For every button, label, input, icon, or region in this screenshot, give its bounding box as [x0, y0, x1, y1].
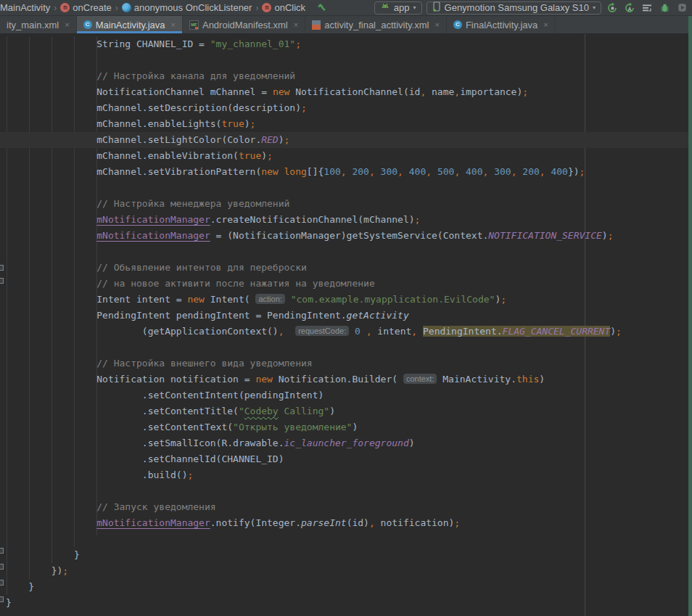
code-token: ,: [366, 326, 372, 337]
code-line[interactable]: // Запуск уведомления: [0, 499, 688, 515]
code-line[interactable]: mChannel.setVibrationPattern(new long[]{…: [0, 164, 688, 180]
code-token: }: [28, 581, 34, 592]
tab-mainactivity-java[interactable]: CMainActivity.java×: [77, 16, 183, 33]
code-line[interactable]: [0, 52, 688, 68]
tab-activity-final-acttivity-xml[interactable]: activity_final_acttivity.xml×: [305, 16, 447, 33]
code-token: mChannel.setVibrationPattern(: [96, 166, 261, 177]
fold-marker[interactable]: [0, 278, 4, 284]
code-line[interactable]: .setChannelId(CHANNEL_ID): [0, 451, 688, 467]
fold-marker[interactable]: [0, 265, 4, 271]
code-line[interactable]: PendingIntent pendingIntent = PendingInt…: [0, 308, 688, 324]
code-token: ;: [187, 469, 193, 480]
code-line[interactable]: [0, 531, 688, 547]
code-token: Notification notification =: [96, 374, 255, 385]
code-token: notification): [375, 517, 455, 528]
code-line[interactable]: mChannel.enableLights(true);: [0, 116, 688, 132]
device-selector[interactable]: Genymotion Samsung Galaxy S10 ▾: [427, 1, 601, 15]
code-token: }): [568, 166, 580, 177]
code-line[interactable]: }: [0, 595, 688, 611]
code-token: ): [244, 118, 250, 129]
close-icon[interactable]: ×: [294, 20, 298, 29]
tab-ity-main-xml[interactable]: ity_main.xml×: [0, 16, 77, 33]
inline-parameter-hint: context:: [403, 374, 437, 384]
code-line[interactable]: mNotificationManager.notify(Integer.pars…: [0, 515, 688, 531]
code-token: ): [261, 150, 267, 161]
code-token: ,: [369, 517, 375, 528]
code-line[interactable]: [0, 340, 688, 356]
close-icon[interactable]: ×: [171, 20, 176, 29]
code-line[interactable]: [0, 244, 688, 260]
apply-changes-icon[interactable]: [604, 0, 621, 16]
breadcrumb-item-onclick[interactable]: monClick: [262, 2, 305, 13]
main-toolbar: MainActivity›monCreate›anonymous OnClick…: [0, 0, 692, 16]
code-line[interactable]: String CHANNEL_ID = "my_channel_01";: [0, 36, 688, 52]
code-line[interactable]: .setContentTitle("Codeby Calling"): [0, 403, 688, 419]
code-token: ): [329, 406, 335, 416]
code-line[interactable]: [0, 180, 688, 196]
code-line[interactable]: .build();: [0, 467, 688, 483]
tab-label: AndroidManifest.xml: [202, 20, 288, 30]
build-hammer-icon[interactable]: [313, 0, 330, 16]
code-line[interactable]: .setSmallIcon(R.drawable.ic_launcher_for…: [0, 435, 688, 451]
close-icon[interactable]: ×: [434, 20, 439, 29]
code-line[interactable]: mNotificationManager = (NotificationMana…: [0, 228, 688, 244]
code-token: [284, 326, 296, 337]
code-token: [279, 166, 284, 177]
tab-androidmanifest-xml[interactable]: MFAndroidManifest.xml×: [183, 16, 305, 33]
fold-marker[interactable]: [0, 564, 4, 570]
breadcrumb-item-anonymous-onclicklistener[interactable]: anonymous OnClickListener: [122, 2, 252, 13]
code-line[interactable]: mChannel.setLightColor(Color.RED);: [0, 132, 688, 148]
tab-label: MainActivity.java: [96, 20, 165, 30]
code-line[interactable]: NotificationChannel mChannel = new Notif…: [0, 84, 688, 100]
breadcrumb-item-mainactivity[interactable]: MainActivity: [0, 2, 50, 13]
editor-tab-bar: ity_main.xml×CMainActivity.java×MFAndroi…: [0, 16, 692, 34]
code-line[interactable]: mChannel.setDescription(description);: [0, 100, 688, 116]
code-area: String CHANNEL_ID = "my_channel_01"; // …: [0, 34, 688, 611]
close-icon[interactable]: ×: [65, 20, 69, 29]
run-configuration-label: app: [394, 2, 410, 13]
code-token: this: [516, 374, 539, 385]
profile-icon[interactable]: [673, 0, 691, 16]
code-line[interactable]: mChannel.enableVibration(true);: [0, 148, 688, 164]
run-configuration-selector[interactable]: app ▾: [374, 1, 422, 15]
code-line[interactable]: // Настройка канала для уведомлений: [0, 68, 688, 84]
fold-marker[interactable]: [0, 596, 4, 602]
code-line[interactable]: .setContentText("Открыть уведомление"): [0, 419, 688, 435]
code-line[interactable]: Notification notification = new Notifica…: [0, 371, 688, 387]
code-token: ;: [522, 86, 528, 97]
code-line[interactable]: Intent intent = new Intent( action: "com…: [0, 292, 688, 308]
code-token: }): [52, 565, 63, 576]
close-icon[interactable]: ×: [543, 20, 548, 29]
tab-finalacttivity-java[interactable]: CFinalActtivity.java×: [447, 16, 556, 33]
code-line[interactable]: // Настройка внешнего вида уведомления: [0, 356, 688, 371]
breadcrumb-separator: ›: [255, 3, 258, 13]
code-line[interactable]: }: [0, 547, 688, 563]
code-line[interactable]: // Настройка менеджера уведомлений: [0, 196, 688, 212]
code-token: mChannel.setLightColor(Color.: [96, 134, 261, 145]
code-line[interactable]: .setContentIntent(pendingIntent): [0, 387, 688, 403]
code-line[interactable]: // на новое активити после нажатия на ув…: [0, 276, 688, 292]
breadcrumb-item-oncreate[interactable]: monCreate: [60, 2, 111, 13]
run-configurations-icon[interactable]: [638, 0, 656, 16]
code-line[interactable]: });: [0, 563, 688, 579]
fold-marker[interactable]: [0, 580, 4, 586]
code-token: [460, 166, 466, 177]
code-token: ;: [284, 134, 290, 145]
code-token: mNotificationManager: [96, 517, 210, 528]
code-line[interactable]: mNotificationManager.createNotificationC…: [0, 212, 688, 228]
code-line[interactable]: [0, 483, 688, 499]
code-token: PendingIntent pendingIntent = PendingInt…: [96, 310, 346, 321]
code-editor[interactable]: String CHANNEL_ID = "my_channel_01"; // …: [0, 34, 688, 616]
code-line[interactable]: }: [0, 579, 688, 595]
code-token: 200: [522, 166, 539, 177]
code-line[interactable]: // Обьявление интентов для переброски: [0, 260, 688, 276]
code-token: [432, 166, 437, 177]
fold-marker[interactable]: [0, 548, 4, 554]
debug-icon[interactable]: [656, 0, 673, 16]
code-line[interactable]: (getApplicationContext(), requestCode: 0…: [0, 324, 688, 340]
breadcrumb-separator: ›: [54, 3, 57, 13]
code-token: ): [602, 230, 608, 241]
apply-code-changes-icon[interactable]: A: [621, 0, 638, 16]
code-token: NotificationChannel(id: [289, 86, 420, 97]
code-token: Intent intent =: [96, 294, 187, 305]
